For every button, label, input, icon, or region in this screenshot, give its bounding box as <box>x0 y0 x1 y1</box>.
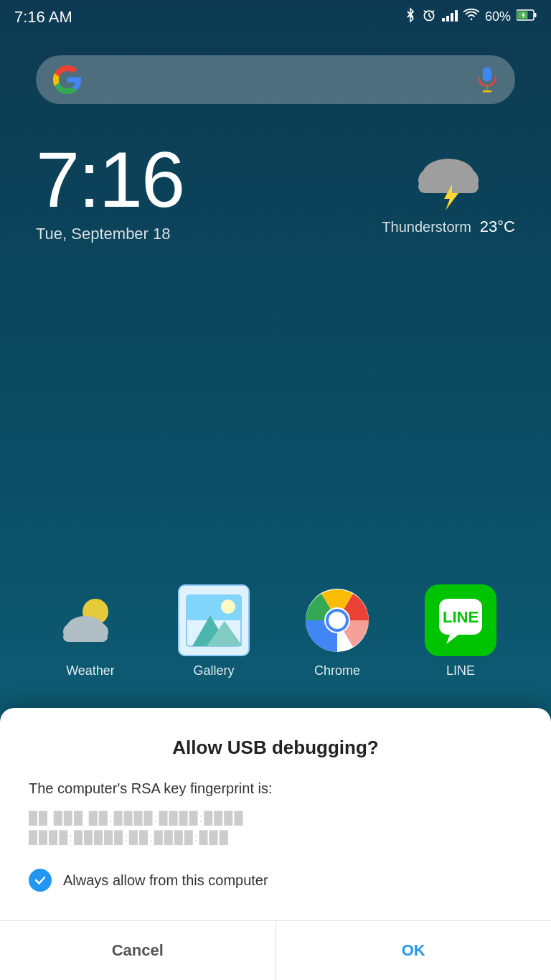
svg-rect-21 <box>63 632 108 642</box>
dialog-title: Allow USB debugging? <box>29 737 522 759</box>
gallery-app-label: Gallery <box>193 663 234 678</box>
battery-percentage: 60% <box>485 9 511 24</box>
dialog-fingerprint: ██ ███ ██:████:████:████ ████:█████:██:█… <box>29 808 522 847</box>
svg-point-30 <box>329 612 346 629</box>
alarm-icon <box>422 8 436 26</box>
wifi-icon <box>463 9 479 25</box>
checkbox-label: Always allow from this computer <box>63 872 268 889</box>
status-time: 7:16 AM <box>14 8 72 27</box>
dialog-body-text: The computer's RSA key fingerprint is: <box>29 780 522 797</box>
battery-icon <box>517 9 537 24</box>
app-weather[interactable]: Weather <box>40 584 141 678</box>
app-row: Weather Gallery <box>0 584 551 678</box>
usb-debug-dialog: Allow USB debugging? The computer's RSA … <box>0 708 551 980</box>
google-logo <box>53 65 82 94</box>
bluetooth-icon <box>405 7 416 27</box>
cancel-button[interactable]: Cancel <box>0 921 276 980</box>
dialog-checkbox-row[interactable]: Always allow from this computer <box>29 869 522 892</box>
gallery-app-icon <box>178 584 250 656</box>
search-bar[interactable] <box>36 55 515 104</box>
svg-rect-4 <box>534 13 537 17</box>
app-line[interactable]: LINE LINE <box>410 584 511 678</box>
weather-temperature: 23°C <box>480 218 515 236</box>
line-app-icon: LINE <box>425 584 496 656</box>
weather-app-label: Weather <box>66 663 115 678</box>
status-icons: 60% <box>405 7 537 27</box>
fingerprint-line2: ████:█████:██:████:███ <box>29 828 522 847</box>
svg-rect-9 <box>483 67 492 82</box>
line-app-label: LINE <box>446 663 475 678</box>
ok-button[interactable]: OK <box>276 921 552 980</box>
clock-date: Tue, September 18 <box>36 225 184 243</box>
status-bar: 7:16 AM <box>0 0 551 34</box>
svg-point-26 <box>221 599 235 614</box>
app-gallery[interactable]: Gallery <box>164 584 264 678</box>
svg-marker-32 <box>446 635 458 644</box>
clock-time: 7:16 <box>36 140 184 219</box>
signal-icon <box>442 9 458 25</box>
weather-app-icon <box>55 584 126 656</box>
svg-text:LINE: LINE <box>443 608 479 626</box>
chrome-app-icon <box>301 584 373 656</box>
weather-widget: Thunderstorm 23°C <box>382 140 515 236</box>
dialog-buttons: Cancel OK <box>0 920 551 980</box>
clock-widget: 7:16 Tue, September 18 Thunderstorm 23°C <box>0 104 551 243</box>
weather-condition: Thunderstorm <box>382 219 471 235</box>
app-chrome[interactable]: Chrome <box>287 584 387 678</box>
fingerprint-line1: ██ ███ ██:████:████:████ <box>29 808 522 828</box>
microphone-icon[interactable] <box>476 65 498 94</box>
chrome-app-label: Chrome <box>314 663 360 678</box>
thunderstorm-icon <box>413 154 484 212</box>
checkbox-checked-icon[interactable] <box>29 869 52 892</box>
